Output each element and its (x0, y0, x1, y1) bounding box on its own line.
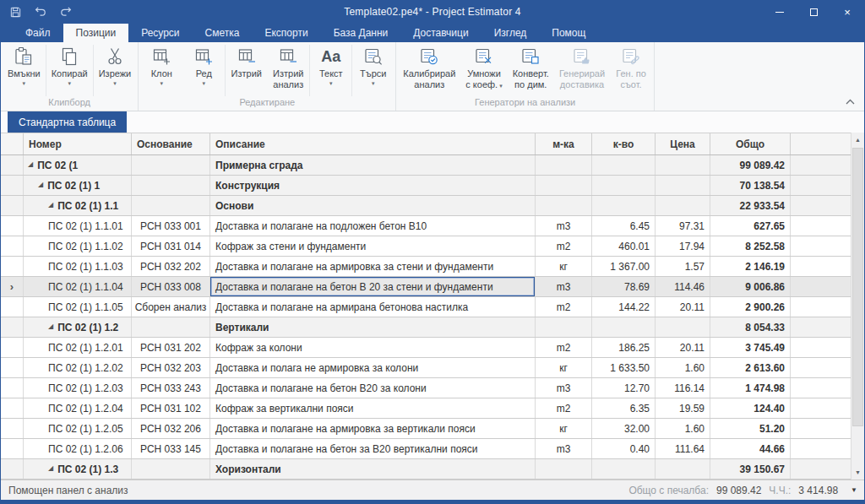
table-row[interactable]: ПС 02 (1) 1.2.05РСН 032 206Доставка и по… (1, 419, 851, 439)
cell-quantity[interactable]: 186.25 (592, 338, 656, 357)
cell-price[interactable]: 114.46 (656, 277, 710, 296)
cell-total[interactable]: 9 006.86 (710, 277, 791, 296)
cell-unit[interactable]: m2 (536, 398, 592, 418)
cell-basis[interactable]: РСН 032 203 (132, 358, 210, 377)
cell-total[interactable]: 44.66 (710, 439, 791, 458)
cell-unit[interactable]: кг (536, 257, 592, 276)
table-row[interactable]: ◢ПС 02 (1) 1.3Хоризонтали39 150.67 (1, 459, 851, 480)
cell-price[interactable]: 20.11 (656, 338, 710, 357)
cell-total[interactable]: 124.40 (710, 398, 791, 418)
cell-price[interactable] (656, 317, 710, 337)
dropdown-arrow-icon[interactable]: ▾ (329, 80, 333, 87)
cell-description[interactable]: Конструкция (210, 176, 536, 195)
dropdown-arrow-icon[interactable]: ▾ (499, 83, 503, 89)
cell-description[interactable]: Кофраж за колони (210, 338, 536, 357)
row-button[interactable]: Ред▾ (182, 45, 225, 96)
cell-total[interactable]: 627.65 (710, 216, 791, 236)
ribbon-collapse-icon[interactable] (844, 96, 856, 106)
dropdown-arrow-icon[interactable]: ▾ (203, 80, 206, 87)
cell-total[interactable]: 70 138.54 (710, 176, 791, 195)
cell-description[interactable]: Основи (210, 196, 536, 215)
cell-unit[interactable]: m2 (536, 338, 592, 357)
cell-unit[interactable]: m3 (536, 277, 592, 296)
cell-number[interactable]: ПС 02 (1) 1.2.02 (24, 358, 132, 377)
save-icon[interactable] (9, 6, 22, 19)
dropdown-arrow-icon[interactable]: ▾ (23, 80, 26, 87)
tab-suppliers[interactable]: Доставчици (400, 24, 481, 42)
cut-button[interactable]: Изрежи▾ (93, 45, 137, 96)
dropdown-arrow-icon[interactable]: ▾ (113, 80, 117, 87)
tab-positions[interactable]: Позиции (63, 24, 129, 42)
table-row[interactable]: ПС 02 (1) 1.2.03РСН 033 243Доставка и по… (1, 378, 851, 398)
table-row[interactable]: ПС 02 (1) 1.2.04РСН 031 102Кофраж за вер… (1, 398, 851, 419)
dropdown-arrow-icon[interactable]: ▾ (68, 80, 71, 87)
table-row[interactable]: ПС 02 (1) 1.1.02РСН 031 014Кофраж за сте… (1, 236, 851, 257)
cell-price[interactable]: 111.64 (656, 439, 710, 458)
cell-quantity[interactable] (592, 196, 656, 215)
cell-quantity[interactable] (592, 176, 656, 195)
cell-number[interactable]: ◢ПС 02 (1) 1.3 (24, 459, 132, 479)
cell-quantity[interactable]: 12.70 (592, 378, 656, 398)
convert-dim-button[interactable]: Конверт.по дим. (508, 45, 554, 96)
cell-number[interactable]: ◢ПС 02 (1 (24, 155, 132, 175)
cell-price[interactable] (656, 155, 710, 175)
cell-number[interactable]: ПС 02 (1) 1.1.04 (24, 277, 132, 296)
table-row[interactable]: ◢ПС 02 (1) 1.2Вертикали8 054.33 (1, 317, 851, 338)
cell-description[interactable]: Доставка и полагане на армировка за стен… (210, 257, 536, 276)
cell-price[interactable]: 1.60 (656, 419, 710, 438)
cell-basis[interactable]: РСН 032 206 (132, 419, 210, 438)
cell-basis[interactable]: РСН 033 243 (132, 378, 210, 398)
cell-quantity[interactable]: 0.40 (592, 439, 656, 458)
cell-price[interactable]: 20.11 (656, 297, 710, 317)
cell-description[interactable]: Доставка и полагане на армировка за верт… (210, 419, 536, 438)
cell-quantity[interactable] (592, 317, 656, 337)
undo-icon[interactable] (34, 6, 47, 18)
cell-unit[interactable]: m2 (536, 297, 592, 317)
minimize-button[interactable] (763, 0, 797, 24)
cell-number[interactable]: ПС 02 (1) 1.2.04 (24, 398, 132, 418)
cell-basis[interactable] (132, 317, 210, 337)
table-row[interactable]: ПС 02 (1) 1.2.02РСН 032 203Доставка и по… (1, 358, 851, 378)
cell-basis[interactable] (132, 176, 210, 195)
table-row[interactable]: ›ПС 02 (1) 1.1.04РСН 033 008Доставка и п… (1, 277, 851, 297)
cell-number[interactable]: ПС 02 (1) 1.2.03 (24, 378, 132, 398)
cell-basis[interactable]: РСН 031 014 (132, 236, 210, 256)
cell-price[interactable] (656, 176, 710, 195)
cell-quantity[interactable] (592, 155, 656, 175)
cell-total[interactable]: 22 933.54 (710, 196, 791, 215)
cell-unit[interactable]: кг (536, 358, 592, 377)
cell-quantity[interactable]: 144.22 (592, 297, 656, 317)
cell-unit[interactable] (536, 155, 592, 175)
close-button[interactable]: × (830, 0, 864, 24)
cell-number[interactable]: ПС 02 (1) 1.2.01 (24, 338, 132, 357)
cell-unit[interactable]: кг (536, 419, 592, 438)
cell-quantity[interactable]: 6.45 (592, 216, 656, 236)
cell-description[interactable]: Вертикали (210, 317, 536, 337)
cell-quantity[interactable]: 78.69 (592, 277, 656, 296)
table-row[interactable]: ПС 02 (1) 1.1.01РСН 033 001Доставка и по… (1, 216, 851, 236)
cell-description[interactable]: Примерна сграда (210, 155, 536, 175)
cell-unit[interactable]: m3 (536, 378, 592, 398)
maximize-button[interactable] (797, 0, 830, 24)
tab-database[interactable]: База Данни (321, 24, 401, 42)
cell-price[interactable]: 17.94 (656, 236, 710, 256)
cell-price[interactable]: 1.60 (656, 358, 710, 377)
cell-number[interactable]: ◢ПС 02 (1) 1.2 (24, 317, 132, 337)
cell-total[interactable]: 51.20 (710, 419, 791, 438)
cell-total[interactable]: 1 474.98 (710, 378, 791, 398)
dropdown-arrow-icon[interactable]: ▾ (372, 80, 375, 87)
cell-basis[interactable]: РСН 033 008 (132, 277, 210, 296)
cell-price[interactable]: 116.14 (656, 378, 710, 398)
table-row[interactable]: ПС 02 (1) 1.2.01РСН 031 202Кофраж за кол… (1, 338, 851, 358)
tab-resources[interactable]: Ресурси (128, 24, 192, 42)
cell-basis[interactable] (132, 459, 210, 479)
cell-number[interactable]: ПС 02 (1) 1.1.02 (24, 236, 132, 256)
cell-basis[interactable]: РСН 032 202 (132, 257, 210, 276)
cell-number[interactable]: ПС 02 (1) 1.1.03 (24, 257, 132, 276)
table-row[interactable]: ПС 02 (1) 1.1.05Сборен анализДоставка и … (1, 297, 851, 317)
expanded-node-icon[interactable]: ◢ (28, 160, 33, 168)
tab-exports[interactable]: Експорти (252, 24, 320, 42)
cell-number[interactable]: ПС 02 (1) 1.1.05 (24, 297, 132, 317)
cell-quantity[interactable]: 1 633.50 (592, 358, 656, 377)
cell-total[interactable]: 39 150.67 (710, 459, 791, 479)
